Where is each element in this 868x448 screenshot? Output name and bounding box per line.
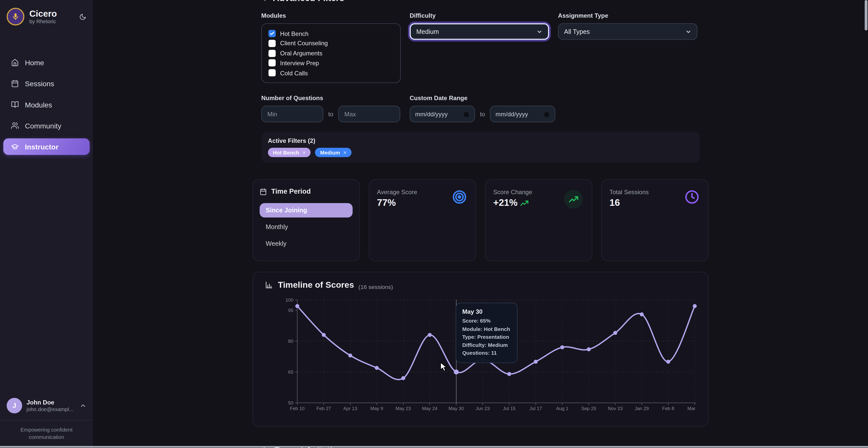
svg-text:Feb 10: Feb 10	[290, 406, 305, 411]
difficulty-filter: Difficulty Medium	[410, 12, 549, 83]
tooltip-line: Difficulty: Medium	[462, 341, 511, 349]
questions-max-input[interactable]	[338, 106, 400, 122]
sidebar-item-community[interactable]: Community	[3, 117, 90, 134]
average-score-card: Average Score 77%	[369, 179, 476, 261]
total-sessions-card: Total Sessions 16	[601, 179, 709, 261]
sidebar-item-home[interactable]: Home	[3, 54, 90, 71]
modules-label: Modules	[261, 12, 401, 19]
cicero-logo	[7, 8, 24, 26]
modules-filter: Modules Hot BenchClient CounselingOral A…	[261, 12, 401, 83]
microphone-icon	[11, 12, 20, 21]
module-checkbox-client-counseling[interactable]: Client Counseling	[269, 40, 394, 47]
chip-remove-icon[interactable]: ×	[303, 150, 306, 156]
user-name: John Doe	[27, 399, 73, 406]
score-timeline-chart[interactable]: 50658095100Feb 10Feb 27Apr 13May 9May 23…	[265, 294, 696, 418]
sidebar-item-instructor[interactable]: Instructor	[3, 138, 90, 155]
questions-filter: Number of Questions to	[261, 95, 401, 122]
app-byline: by Rhetoric	[29, 18, 57, 24]
svg-text:Nov 23: Nov 23	[608, 406, 623, 411]
svg-text:Jul 17: Jul 17	[529, 406, 542, 411]
trending-up-icon	[520, 200, 529, 206]
dark-mode-toggle[interactable]	[79, 13, 86, 20]
timeline-chart-card: Timeline of Scores (16 sessions) 5065809…	[252, 272, 709, 427]
sidebar-item-sessions[interactable]: Sessions	[3, 75, 90, 92]
module-checkbox-cold-calls[interactable]: Cold Calls	[269, 69, 394, 76]
checkbox-unchecked-icon[interactable]	[269, 50, 276, 57]
svg-text:May 30: May 30	[449, 406, 464, 411]
tooltip-lines: Score: 65%Module: Hot BenchType: Present…	[462, 317, 511, 357]
tooltip-line: Questions: 11	[462, 349, 511, 357]
difficulty-value: Medium	[416, 28, 536, 35]
horizontal-scrollbar[interactable]	[0, 446, 868, 448]
svg-text:May 24: May 24	[422, 406, 438, 411]
chart-subtitle: (16 sessions)	[359, 283, 393, 290]
tagline: Empowering confident communication	[0, 426, 93, 448]
main-content: Advanced Filters Modules Hot BenchClient…	[93, 0, 868, 448]
tooltip-line: Module: Hot Bench	[462, 325, 511, 333]
home-icon	[11, 59, 19, 66]
time-period-card: Time Period Since JoiningMonthlyWeekly	[252, 179, 360, 261]
user-email: john.doe@exampl...	[27, 406, 73, 412]
time-period-title: Time Period	[260, 188, 353, 195]
date-end-input[interactable]: mm/dd/yyyy	[490, 106, 555, 122]
assignment-type-value: All Types	[564, 28, 685, 35]
time-period-option-since-joining[interactable]: Since Joining	[260, 203, 353, 217]
assignment-type-select[interactable]: All Types	[558, 23, 698, 40]
time-period-option-monthly[interactable]: Monthly	[260, 220, 353, 234]
date-start-input[interactable]: mm/dd/yyyy	[410, 106, 475, 122]
svg-text:Sep 25: Sep 25	[581, 406, 596, 411]
difficulty-select[interactable]: Medium	[410, 23, 549, 40]
svg-text:Feb 8: Feb 8	[662, 406, 674, 411]
calendar-icon	[260, 188, 267, 195]
filter-chip-hot-bench: Hot Bench×	[268, 148, 311, 157]
users-icon	[11, 122, 19, 130]
svg-text:Mar 24: Mar 24	[687, 406, 697, 411]
checkbox-unchecked-icon[interactable]	[269, 40, 276, 47]
graduation-cap-icon	[11, 143, 19, 151]
active-filters-panel: Active Filters (2) Hot Bench×Medium×	[261, 132, 700, 163]
svg-text:Jun 23: Jun 23	[476, 406, 490, 411]
target-icon	[452, 190, 467, 204]
chip-label: Hot Bench	[273, 150, 299, 156]
module-checkbox-interview-prep[interactable]: Interview Prep	[269, 59, 394, 66]
module-checkbox-hot-bench[interactable]: Hot Bench	[269, 30, 394, 37]
chevron-down-icon	[685, 29, 691, 35]
mouse-cursor	[440, 362, 448, 374]
checkbox-label: Hot Bench	[280, 30, 309, 37]
active-filters-title: Active Filters (2)	[268, 137, 693, 144]
assignment-type-label: Assignment Type	[558, 12, 698, 19]
svg-text:65: 65	[288, 370, 293, 375]
svg-text:Jan 29: Jan 29	[634, 406, 649, 411]
vertical-scrollbar-thumb[interactable]	[865, 0, 867, 30]
moon-icon	[79, 13, 86, 20]
checkbox-label: Oral Arguments	[280, 50, 322, 56]
nav-list: HomeSessionsModulesCommunityInstructor	[0, 54, 93, 392]
score-change-card: Score Change +21%	[485, 179, 592, 261]
user-menu[interactable]: J John Doe john.doe@exampl...	[0, 392, 93, 419]
app-title: Cicero	[29, 9, 57, 18]
sidebar-item-label: Instructor	[25, 142, 58, 151]
date-range-label: Custom Date Range	[410, 95, 555, 101]
sidebar-item-label: Modules	[25, 100, 52, 109]
tooltip-line: Score: 65%	[462, 317, 511, 325]
active-filter-chips: Hot Bench×Medium×	[268, 148, 693, 157]
clock-icon	[685, 190, 699, 204]
calendar-icon	[11, 79, 19, 88]
questions-min-input[interactable]	[261, 106, 323, 122]
sidebar-item-modules[interactable]: Modules	[3, 96, 90, 113]
chip-remove-icon[interactable]: ×	[343, 150, 347, 156]
svg-text:Jul 15: Jul 15	[503, 406, 516, 411]
module-checkbox-oral-arguments[interactable]: Oral Arguments	[269, 50, 394, 57]
sidebar-item-label: Community	[25, 121, 61, 130]
checkbox-unchecked-icon[interactable]	[269, 59, 276, 66]
checkbox-unchecked-icon[interactable]	[269, 69, 276, 76]
chart-title: Timeline of Scores	[265, 280, 354, 290]
calendar-icon[interactable]	[463, 111, 469, 117]
svg-text:100: 100	[285, 297, 293, 302]
checkbox-checked-icon[interactable]	[269, 30, 276, 37]
tooltip-title: May 30	[462, 308, 511, 315]
svg-text:50: 50	[288, 400, 293, 406]
svg-text:Feb 27: Feb 27	[316, 406, 331, 411]
calendar-icon[interactable]	[544, 111, 550, 117]
time-period-option-weekly[interactable]: Weekly	[260, 236, 353, 251]
